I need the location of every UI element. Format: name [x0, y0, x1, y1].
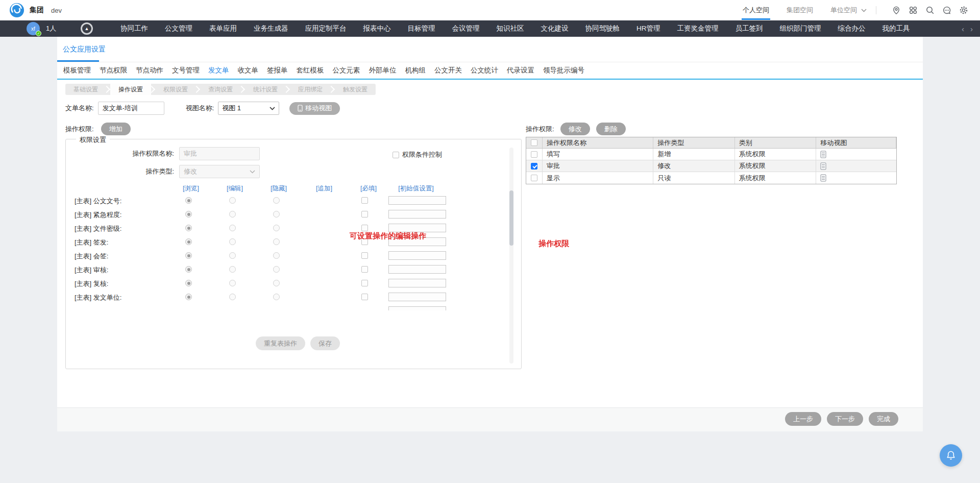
- select-all-checkbox[interactable]: [531, 139, 537, 146]
- space-group[interactable]: 集团空间: [787, 6, 813, 15]
- initial-value-input[interactable]: [388, 293, 446, 301]
- chat-icon[interactable]: [942, 5, 952, 15]
- wizard-step-5[interactable]: 应用绑定: [290, 84, 331, 95]
- nav-item-7[interactable]: 会议管理: [452, 20, 480, 37]
- edit-radio[interactable]: [229, 238, 236, 245]
- mobile-view-cell[interactable]: [816, 160, 896, 172]
- next-step-button[interactable]: 下一步: [827, 412, 863, 426]
- hide-radio[interactable]: [273, 211, 280, 218]
- hide-radio[interactable]: [273, 266, 280, 273]
- nav-item-14[interactable]: 组织部门管理: [780, 20, 821, 37]
- space-unit[interactable]: 单位空间: [830, 6, 857, 15]
- location-pin-icon[interactable]: [891, 5, 901, 15]
- nav-item-11[interactable]: HR管理: [636, 20, 660, 37]
- hide-radio[interactable]: [273, 252, 280, 259]
- edit-radio[interactable]: [229, 211, 236, 218]
- repeat-table-button[interactable]: 重复表操作: [256, 336, 305, 350]
- browse-radio[interactable]: [185, 266, 192, 273]
- edit-radio[interactable]: [229, 294, 236, 300]
- op-type-select[interactable]: 修改: [179, 165, 260, 178]
- nav-item-5[interactable]: 报表中心: [363, 20, 391, 37]
- subtab-7[interactable]: 套红模板: [296, 66, 325, 75]
- edit-radio[interactable]: [229, 252, 236, 259]
- wizard-step-0[interactable]: 基础设置: [65, 84, 106, 95]
- initial-value-input[interactable]: [388, 251, 446, 260]
- doc-name-input[interactable]: [98, 102, 164, 115]
- browse-radio[interactable]: [185, 252, 192, 259]
- edit-radio[interactable]: [229, 225, 236, 231]
- browse-radio[interactable]: [185, 225, 192, 231]
- row-checkbox[interactable]: [531, 163, 537, 170]
- initial-value-input[interactable]: [388, 196, 446, 205]
- browse-radio[interactable]: [185, 238, 192, 245]
- required-checkbox[interactable]: [361, 252, 368, 259]
- wizard-step-6[interactable]: 触发设置: [335, 84, 376, 95]
- nav-item-10[interactable]: 协同驾驶舱: [585, 20, 620, 37]
- nav-item-1[interactable]: 公文管理: [165, 20, 192, 37]
- grid-column-header-1[interactable]: [编辑]: [227, 184, 243, 193]
- grid-column-header-0[interactable]: [浏览]: [183, 184, 199, 193]
- nav-scroll-right-icon[interactable]: ›: [970, 25, 973, 33]
- subtab-2[interactable]: 节点动作: [135, 66, 164, 75]
- scrollbar-thumb[interactable]: [509, 190, 513, 246]
- browse-radio[interactable]: [185, 197, 192, 204]
- wizard-step-3[interactable]: 查询设置: [200, 84, 241, 95]
- initial-value-input[interactable]: [388, 265, 446, 274]
- required-checkbox[interactable]: [361, 211, 368, 218]
- subtab-4[interactable]: 发文单: [207, 66, 230, 75]
- subtab-6[interactable]: 签报单: [266, 66, 289, 75]
- hide-radio[interactable]: [273, 225, 280, 231]
- table-row[interactable]: 审批修改系统权限: [526, 160, 896, 172]
- subtab-5[interactable]: 收文单: [237, 66, 260, 75]
- required-checkbox[interactable]: [361, 197, 368, 204]
- nav-item-3[interactable]: 业务生成器: [254, 20, 288, 37]
- nav-item-6[interactable]: 目标管理: [408, 20, 435, 37]
- wizard-step-4[interactable]: 统计设置: [245, 84, 286, 95]
- grid-column-header-4[interactable]: [必填]: [360, 184, 377, 193]
- modify-permission-button[interactable]: 修改: [560, 123, 590, 135]
- browse-radio[interactable]: [185, 211, 192, 218]
- nav-item-9[interactable]: 文化建设: [541, 20, 569, 37]
- initial-value-input[interactable]: [388, 210, 446, 219]
- notification-bell-button[interactable]: [940, 444, 962, 467]
- grid-column-header-2[interactable]: [隐藏]: [271, 184, 287, 193]
- search-icon[interactable]: [925, 5, 935, 15]
- apps-grid-icon[interactable]: [908, 5, 918, 15]
- grid-column-header-3[interactable]: [追加]: [316, 184, 332, 193]
- edit-radio[interactable]: [229, 197, 236, 204]
- initial-value-input[interactable]: [388, 306, 446, 310]
- subtab-12[interactable]: 公文统计: [470, 66, 499, 75]
- initial-value-input[interactable]: [388, 279, 446, 287]
- nav-scroll-left-icon[interactable]: ‹: [962, 25, 964, 33]
- subtab-1[interactable]: 节点权限: [99, 66, 128, 75]
- mobile-view-button[interactable]: 移动视图: [289, 102, 340, 115]
- grid-column-header-5[interactable]: [初始值设置]: [398, 184, 433, 193]
- nav-item-8[interactable]: 知识社区: [497, 20, 524, 37]
- table-row[interactable]: 填写新增系统权限: [526, 149, 896, 160]
- row-checkbox[interactable]: [531, 151, 537, 158]
- browse-radio[interactable]: [185, 294, 192, 300]
- add-permission-button[interactable]: 增加: [101, 123, 131, 135]
- wizard-step-1[interactable]: 操作设置: [110, 84, 151, 95]
- hide-radio[interactable]: [273, 238, 280, 245]
- subtab-3[interactable]: 文号管理: [171, 66, 201, 75]
- finish-button[interactable]: 完成: [869, 412, 898, 426]
- hide-radio[interactable]: [273, 294, 280, 300]
- subtab-9[interactable]: 外部单位: [368, 66, 398, 75]
- nav-item-16[interactable]: 我的工具: [883, 20, 910, 37]
- view-name-select[interactable]: 视图 1: [218, 102, 279, 115]
- nav-item-4[interactable]: 应用定制平台: [305, 20, 347, 37]
- subtab-0[interactable]: 模板管理: [62, 66, 92, 75]
- required-checkbox[interactable]: [361, 225, 368, 231]
- hide-radio[interactable]: [273, 197, 280, 204]
- subtab-10[interactable]: 机构组: [404, 66, 427, 75]
- subtab-8[interactable]: 公文元素: [332, 66, 361, 75]
- nav-item-12[interactable]: 工资奖金管理: [677, 20, 719, 37]
- save-button[interactable]: 保存: [310, 336, 340, 350]
- nav-item-15[interactable]: 综合办公: [838, 20, 866, 37]
- condition-checkbox[interactable]: [393, 152, 399, 158]
- row-checkbox[interactable]: [531, 175, 537, 181]
- nav-item-0[interactable]: 协同工作: [120, 20, 148, 37]
- edit-radio[interactable]: [229, 280, 236, 286]
- space-personal[interactable]: 个人空间: [743, 6, 769, 15]
